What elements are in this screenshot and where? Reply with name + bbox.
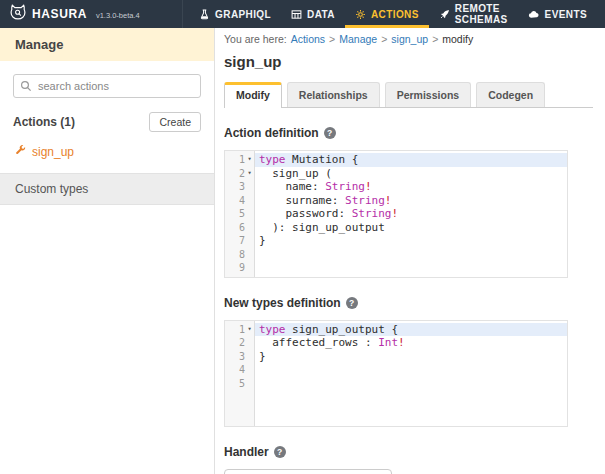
actions-heading-row: Actions (1) Create: [13, 112, 201, 132]
nav-label: GRAPHIQL: [215, 9, 271, 20]
gears-icon: [355, 9, 366, 20]
nav-label: DATA: [307, 9, 335, 20]
nav-label: ACTIONS: [371, 9, 419, 20]
nav-item-graphiql[interactable]: GRAPHIQL: [189, 0, 281, 28]
action-item-label: sign_up: [32, 145, 74, 159]
sidebar-body: Actions (1) Create sign_up: [0, 61, 214, 173]
rocket-icon: [439, 9, 450, 20]
sidebar-item-sign-up[interactable]: sign_up: [13, 145, 201, 159]
page-title: sign_up: [224, 53, 593, 70]
handler-url-input[interactable]: [224, 469, 392, 474]
breadcrumb-current: modify: [442, 33, 473, 45]
wrench-icon: [15, 145, 26, 159]
hasura-brand[interactable]: HASURA v1.3.0-beta.4: [0, 0, 183, 28]
breadcrumb-prefix: You are here:: [224, 33, 287, 45]
create-action-button[interactable]: Create: [149, 112, 201, 132]
nav-label: REMOTE SCHEMAS: [455, 3, 508, 25]
nav-item-data[interactable]: DATA: [281, 0, 345, 28]
actions-sidebar: Manage Actions (1) Create sign_up Custom…: [0, 28, 215, 474]
sidebar-custom-types-header[interactable]: Custom types: [0, 173, 214, 205]
editor-code-area[interactable]: type sign_up_output { affected_rows : In…: [255, 321, 567, 426]
breadcrumb-link-sign-up[interactable]: sign_up: [391, 33, 428, 45]
flask-icon: [199, 9, 210, 20]
tab-modify[interactable]: Modify: [224, 82, 282, 108]
tab-codegen[interactable]: Codegen: [476, 82, 545, 107]
main-content: You are here: Actions > Manage > sign_up…: [216, 28, 605, 474]
nav-item-actions[interactable]: ACTIONS: [345, 0, 429, 28]
nav-menu: GRAPHIQL DATA ACTIONS REMO: [183, 0, 605, 28]
hasura-logo-icon: [10, 4, 26, 24]
action-definition-editor[interactable]: 1▾2▾3456789 type Mutation { sign_up ( na…: [224, 150, 568, 278]
handler-label-row: Handler ?: [224, 445, 593, 459]
breadcrumb-separator: >: [381, 33, 387, 45]
top-navbar: HASURA v1.3.0-beta.4 GRAPHIQL DATA: [0, 0, 605, 28]
action-definition-label-row: Action definition ?: [224, 126, 593, 140]
brand-name: HASURA: [32, 7, 87, 21]
editor-line-gutter: 1▾2▾3456789: [225, 151, 255, 277]
tab-relationships[interactable]: Relationships: [287, 82, 380, 107]
action-definition-label: Action definition: [224, 126, 319, 140]
handler-section: Handler ?: [224, 445, 593, 474]
tab-permissions[interactable]: Permissions: [385, 82, 471, 107]
question-circle-icon[interactable]: ?: [346, 297, 358, 309]
table-icon: [291, 9, 302, 20]
brand-version: v1.3.0-beta.4: [96, 11, 140, 20]
new-types-definition-section: New types definition ? 1▾2345 type sign_…: [224, 296, 593, 427]
breadcrumb: You are here: Actions > Manage > sign_up…: [224, 33, 593, 45]
new-types-definition-label: New types definition: [224, 296, 341, 310]
handler-label: Handler: [224, 445, 269, 459]
new-types-definition-label-row: New types definition ?: [224, 296, 593, 310]
breadcrumb-separator: >: [329, 33, 335, 45]
cloud-icon: [528, 9, 540, 20]
actions-count-heading: Actions (1): [13, 115, 75, 129]
nav-label: EVENTS: [545, 9, 587, 20]
question-circle-icon[interactable]: ?: [274, 446, 286, 458]
action-definition-section: Action definition ? 1▾2▾3456789 type Mut…: [224, 126, 593, 278]
sidebar-manage-header[interactable]: Manage: [0, 28, 214, 61]
search-box: [13, 74, 201, 98]
nav-item-events[interactable]: EVENTS: [518, 0, 597, 28]
editor-code-area[interactable]: type Mutation { sign_up ( name: String! …: [255, 151, 567, 277]
editor-line-gutter: 1▾2345: [225, 321, 255, 426]
breadcrumb-separator: >: [432, 33, 438, 45]
breadcrumb-link-manage[interactable]: Manage: [339, 33, 377, 45]
nav-item-remote-schemas[interactable]: REMOTE SCHEMAS: [429, 0, 518, 28]
tab-bar: Modify Relationships Permissions Codegen: [224, 82, 593, 108]
new-types-definition-editor[interactable]: 1▾2345 type sign_up_output { affected_ro…: [224, 320, 568, 427]
breadcrumb-link-actions[interactable]: Actions: [291, 33, 325, 45]
question-circle-icon[interactable]: ?: [324, 127, 336, 139]
search-actions-input[interactable]: [13, 74, 201, 98]
